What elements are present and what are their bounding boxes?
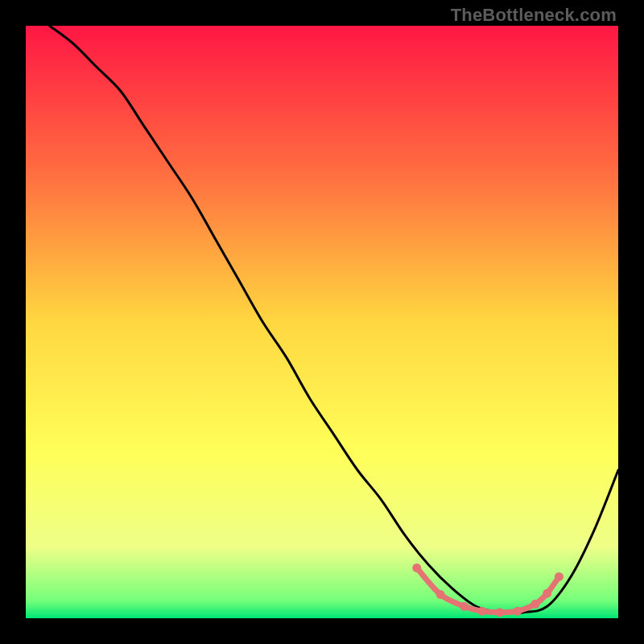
marker-dot (530, 600, 539, 609)
marker-dot (495, 608, 504, 617)
marker-dot (460, 602, 469, 611)
marker-dot (555, 572, 564, 581)
chart-plot-area (26, 26, 618, 618)
marker-dot (477, 607, 486, 616)
marker-dot (412, 564, 421, 572)
marker-dot (513, 607, 522, 616)
chart-svg (26, 26, 618, 618)
marker-dot (436, 590, 445, 599)
marker-dot (543, 589, 551, 598)
bottleneck-curve (49, 26, 618, 613)
watermark-text: TheBottleneck.com (451, 5, 617, 26)
